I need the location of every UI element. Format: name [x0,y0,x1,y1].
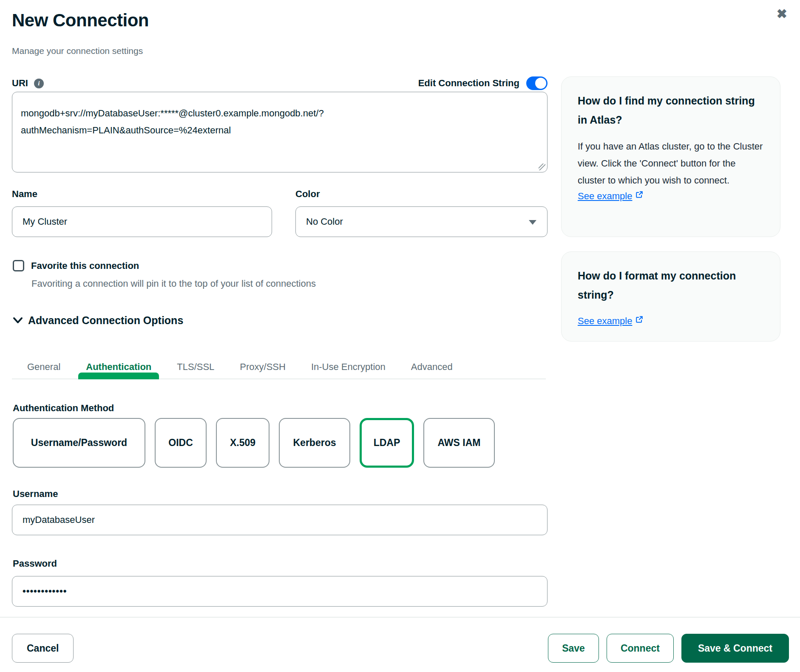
password-label: Password [13,558,57,569]
footer-divider [0,617,800,618]
help-card-format-connection-string: How do I format my connection string? Se… [561,251,780,342]
save-and-connect-button[interactable]: Save & Connect [681,634,789,663]
auth-method-ldap[interactable]: LDAP [360,418,414,468]
chevron-down-icon [529,220,536,225]
advanced-options-toggle[interactable]: Advanced Connection Options [13,314,183,327]
name-label: Name [12,189,272,200]
color-label: Color [295,189,548,200]
favorite-description: Favoriting a connection will pin it to t… [31,278,316,289]
help-card-body: If you have an Atlas cluster, go to the … [578,138,764,189]
tab-advanced[interactable]: Advanced [403,355,460,379]
see-example-label: See example [578,316,632,327]
tab-authentication[interactable]: Authentication [78,355,159,379]
close-icon[interactable]: ✖ [777,8,787,20]
footer-actions: Save Connect Save & Connect [548,634,789,663]
uri-row: URI i Edit Connection String [12,76,548,90]
see-example-link[interactable]: See example [578,191,643,202]
auth-method-label: Authentication Method [13,403,114,414]
external-link-icon [635,191,643,198]
color-select[interactable] [295,206,548,237]
see-example-link[interactable]: See example [578,316,643,327]
chevron-down-icon [13,317,23,324]
favorite-row: Favorite this connection [13,260,139,271]
tab-bar: General Authentication TLS/SSL Proxy/SSH… [20,355,471,379]
auth-method-username-password[interactable]: Username/Password [13,418,145,468]
help-card-find-connection-string: How do I find my connection string in At… [561,76,780,237]
cancel-button[interactable]: Cancel [12,634,74,663]
tab-tls-ssl[interactable]: TLS/SSL [169,355,222,379]
tab-general[interactable]: General [20,355,68,379]
uri-textarea-wrap: mongodb+srv://myDatabaseUser:*****@clust… [12,92,548,172]
external-link-icon [635,316,643,323]
auth-method-aws-iam[interactable]: AWS IAM [423,418,495,468]
username-input[interactable] [12,505,548,535]
page-subtitle: Manage your connection settings [12,46,143,56]
auth-method-kerberos[interactable]: Kerberos [279,418,350,468]
auth-method-oidc[interactable]: OIDC [155,418,207,468]
advanced-options-header: Advanced Connection Options [28,314,183,327]
save-button[interactable]: Save [548,634,599,663]
help-card-title: How do I find my connection string in At… [578,91,764,130]
info-icon[interactable]: i [34,79,44,88]
favorite-label: Favorite this connection [31,260,139,271]
auth-method-group: Username/Password OIDC X.509 Kerberos LD… [13,418,495,468]
uri-label: URI [12,78,28,89]
name-color-row: Name Color [12,189,548,237]
edit-connection-string-label: Edit Connection String [418,78,519,89]
connect-button[interactable]: Connect [607,634,674,663]
password-input[interactable] [12,576,548,607]
page-title: New Connection [12,10,149,31]
help-card-title: How do I format my connection string? [578,266,764,305]
tab-in-use-encryption[interactable]: In-Use Encryption [304,355,393,379]
username-label: Username [13,488,58,500]
favorite-checkbox[interactable] [13,260,24,271]
toggle-knob [535,78,546,89]
see-example-label: See example [578,191,632,202]
tab-proxy-ssh[interactable]: Proxy/SSH [232,355,293,379]
auth-method-x509[interactable]: X.509 [216,418,270,468]
name-input[interactable] [12,206,272,237]
uri-textarea[interactable]: mongodb+srv://myDatabaseUser:*****@clust… [12,92,548,172]
edit-connection-string-toggle[interactable] [526,76,548,90]
